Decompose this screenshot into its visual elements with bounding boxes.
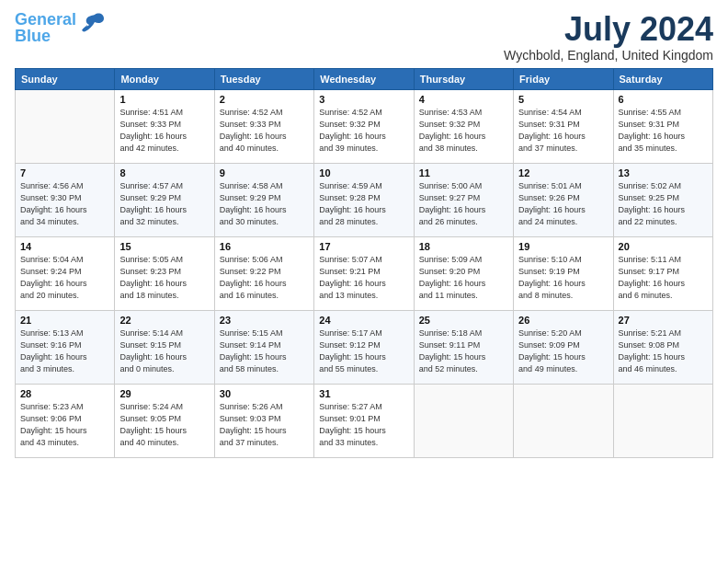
- day-info: Sunrise: 4:53 AM Sunset: 9:32 PM Dayligh…: [419, 107, 508, 155]
- day-info: Sunrise: 4:52 AM Sunset: 9:33 PM Dayligh…: [220, 107, 309, 155]
- day-number: 1: [119, 94, 209, 105]
- calendar-cell: [414, 384, 513, 457]
- header-tuesday: Tuesday: [214, 68, 313, 89]
- day-number: 18: [419, 241, 508, 252]
- day-number: 11: [419, 167, 508, 178]
- calendar-cell: 24Sunrise: 5:17 AM Sunset: 9:12 PM Dayli…: [314, 310, 414, 384]
- day-info: Sunrise: 5:13 AM Sunset: 9:16 PM Dayligh…: [20, 327, 109, 375]
- day-number: 12: [518, 167, 608, 178]
- day-number: 28: [20, 388, 109, 399]
- calendar-cell: 29Sunrise: 5:24 AM Sunset: 9:05 PM Dayli…: [115, 384, 214, 457]
- day-info: Sunrise: 5:01 AM Sunset: 9:26 PM Dayligh…: [518, 180, 608, 228]
- calendar-cell: 23Sunrise: 5:15 AM Sunset: 9:14 PM Dayli…: [214, 310, 313, 384]
- day-number: 20: [619, 241, 708, 252]
- day-number: 2: [220, 94, 309, 105]
- calendar-cell: 1Sunrise: 4:51 AM Sunset: 9:33 PM Daylig…: [115, 89, 214, 163]
- day-number: 16: [220, 241, 309, 252]
- calendar-cell: [16, 89, 115, 163]
- day-number: 6: [619, 94, 708, 105]
- day-number: 25: [419, 315, 508, 326]
- day-number: 17: [319, 241, 408, 252]
- day-number: 14: [20, 241, 109, 252]
- calendar-cell: 10Sunrise: 4:59 AM Sunset: 9:28 PM Dayli…: [314, 163, 414, 236]
- calendar-cell: 14Sunrise: 5:04 AM Sunset: 9:24 PM Dayli…: [16, 236, 115, 310]
- day-number: 19: [518, 241, 608, 252]
- day-info: Sunrise: 4:58 AM Sunset: 9:29 PM Dayligh…: [220, 180, 309, 228]
- calendar-cell: 26Sunrise: 5:20 AM Sunset: 9:09 PM Dayli…: [514, 310, 613, 384]
- calendar-cell: [514, 384, 613, 457]
- day-info: Sunrise: 4:55 AM Sunset: 9:31 PM Dayligh…: [619, 107, 708, 155]
- header-wednesday: Wednesday: [314, 68, 414, 89]
- calendar-cell: 2Sunrise: 4:52 AM Sunset: 9:33 PM Daylig…: [214, 89, 313, 163]
- day-info: Sunrise: 5:21 AM Sunset: 9:08 PM Dayligh…: [619, 327, 708, 375]
- day-number: 30: [220, 388, 309, 399]
- calendar-cell: 28Sunrise: 5:23 AM Sunset: 9:06 PM Dayli…: [16, 384, 115, 457]
- calendar-header: Sunday Monday Tuesday Wednesday Thursday…: [16, 68, 713, 89]
- day-number: 3: [319, 94, 408, 105]
- day-number: 22: [119, 315, 209, 326]
- title-block: July 2024 Wychbold, England, United King…: [504, 11, 713, 63]
- logo: GeneralBlue: [15, 11, 106, 44]
- day-info: Sunrise: 4:57 AM Sunset: 9:29 PM Dayligh…: [119, 180, 209, 228]
- day-number: 10: [319, 167, 408, 178]
- day-info: Sunrise: 5:10 AM Sunset: 9:19 PM Dayligh…: [518, 254, 608, 302]
- day-number: 8: [119, 167, 209, 178]
- day-info: Sunrise: 4:56 AM Sunset: 9:30 PM Dayligh…: [20, 180, 109, 228]
- day-info: Sunrise: 5:09 AM Sunset: 9:20 PM Dayligh…: [419, 254, 508, 302]
- calendar-cell: 11Sunrise: 5:00 AM Sunset: 9:27 PM Dayli…: [414, 163, 513, 236]
- day-number: 15: [119, 241, 209, 252]
- weekday-header-row: Sunday Monday Tuesday Wednesday Thursday…: [16, 68, 713, 89]
- day-info: Sunrise: 5:14 AM Sunset: 9:15 PM Dayligh…: [119, 327, 209, 375]
- calendar-cell: 22Sunrise: 5:14 AM Sunset: 9:15 PM Dayli…: [115, 310, 214, 384]
- calendar-cell: 16Sunrise: 5:06 AM Sunset: 9:22 PM Dayli…: [214, 236, 313, 310]
- calendar-cell: 30Sunrise: 5:26 AM Sunset: 9:03 PM Dayli…: [214, 384, 313, 457]
- day-info: Sunrise: 5:00 AM Sunset: 9:27 PM Dayligh…: [419, 180, 508, 228]
- week-row-3: 14Sunrise: 5:04 AM Sunset: 9:24 PM Dayli…: [16, 236, 713, 310]
- logo-bird-icon: [78, 11, 106, 37]
- header: GeneralBlue July 2024 Wychbold, England,…: [15, 11, 713, 63]
- calendar-cell: 25Sunrise: 5:18 AM Sunset: 9:11 PM Dayli…: [414, 310, 513, 384]
- calendar-cell: 31Sunrise: 5:27 AM Sunset: 9:01 PM Dayli…: [314, 384, 414, 457]
- day-info: Sunrise: 4:51 AM Sunset: 9:33 PM Dayligh…: [119, 107, 209, 155]
- calendar-cell: 8Sunrise: 4:57 AM Sunset: 9:29 PM Daylig…: [115, 163, 214, 236]
- day-info: Sunrise: 5:23 AM Sunset: 9:06 PM Dayligh…: [20, 401, 109, 449]
- day-number: 4: [419, 94, 508, 105]
- location-subtitle: Wychbold, England, United Kingdom: [504, 48, 713, 63]
- day-info: Sunrise: 5:18 AM Sunset: 9:11 PM Dayligh…: [419, 327, 508, 375]
- calendar-body: 1Sunrise: 4:51 AM Sunset: 9:33 PM Daylig…: [16, 89, 713, 457]
- calendar-cell: 12Sunrise: 5:01 AM Sunset: 9:26 PM Dayli…: [514, 163, 613, 236]
- day-number: 27: [619, 315, 708, 326]
- calendar-table: Sunday Monday Tuesday Wednesday Thursday…: [15, 68, 713, 458]
- calendar-cell: 19Sunrise: 5:10 AM Sunset: 9:19 PM Dayli…: [514, 236, 613, 310]
- day-number: 31: [319, 388, 408, 399]
- calendar-cell: 17Sunrise: 5:07 AM Sunset: 9:21 PM Dayli…: [314, 236, 414, 310]
- calendar-cell: 15Sunrise: 5:05 AM Sunset: 9:23 PM Dayli…: [115, 236, 214, 310]
- logo-text: GeneralBlue: [15, 11, 76, 44]
- day-info: Sunrise: 5:05 AM Sunset: 9:23 PM Dayligh…: [119, 254, 209, 302]
- calendar-cell: 13Sunrise: 5:02 AM Sunset: 9:25 PM Dayli…: [613, 163, 712, 236]
- header-monday: Monday: [115, 68, 214, 89]
- day-info: Sunrise: 5:26 AM Sunset: 9:03 PM Dayligh…: [220, 401, 309, 449]
- calendar-cell: 21Sunrise: 5:13 AM Sunset: 9:16 PM Dayli…: [16, 310, 115, 384]
- day-number: 26: [518, 315, 608, 326]
- calendar-cell: 27Sunrise: 5:21 AM Sunset: 9:08 PM Dayli…: [613, 310, 712, 384]
- calendar-cell: 20Sunrise: 5:11 AM Sunset: 9:17 PM Dayli…: [613, 236, 712, 310]
- day-number: 5: [518, 94, 608, 105]
- calendar-cell: 6Sunrise: 4:55 AM Sunset: 9:31 PM Daylig…: [613, 89, 712, 163]
- day-number: 24: [319, 315, 408, 326]
- month-year-title: July 2024: [504, 11, 713, 48]
- day-number: 21: [20, 315, 109, 326]
- header-thursday: Thursday: [414, 68, 513, 89]
- day-info: Sunrise: 4:52 AM Sunset: 9:32 PM Dayligh…: [319, 107, 408, 155]
- day-info: Sunrise: 5:02 AM Sunset: 9:25 PM Dayligh…: [619, 180, 708, 228]
- calendar-page: GeneralBlue July 2024 Wychbold, England,…: [0, 0, 728, 563]
- day-info: Sunrise: 5:15 AM Sunset: 9:14 PM Dayligh…: [220, 327, 309, 375]
- day-number: 7: [20, 167, 109, 178]
- day-info: Sunrise: 5:17 AM Sunset: 9:12 PM Dayligh…: [319, 327, 408, 375]
- day-number: 13: [619, 167, 708, 178]
- header-friday: Friday: [514, 68, 613, 89]
- header-saturday: Saturday: [613, 68, 712, 89]
- calendar-cell: 9Sunrise: 4:58 AM Sunset: 9:29 PM Daylig…: [214, 163, 313, 236]
- day-info: Sunrise: 4:54 AM Sunset: 9:31 PM Dayligh…: [518, 107, 608, 155]
- week-row-4: 21Sunrise: 5:13 AM Sunset: 9:16 PM Dayli…: [16, 310, 713, 384]
